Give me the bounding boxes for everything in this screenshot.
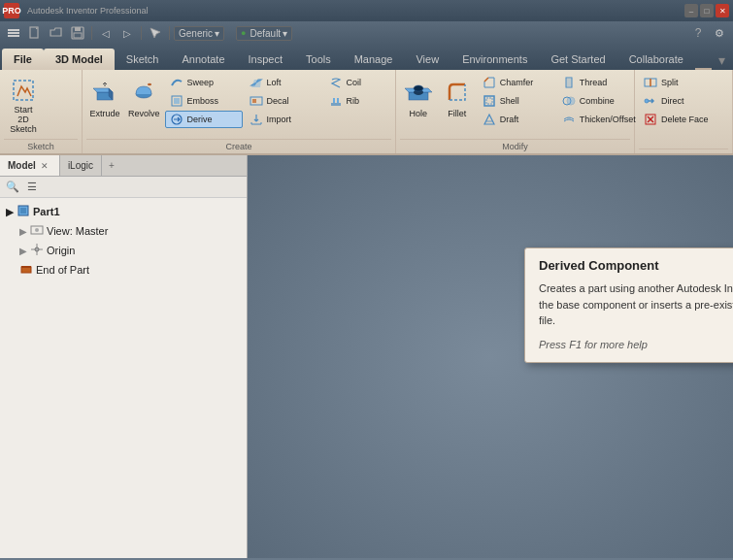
tree-item-part1[interactable]: ▶ Part1 [4, 202, 243, 221]
create-col-3: Coil Rib [324, 74, 402, 110]
revolve-button[interactable]: Revolve [125, 74, 163, 132]
start-2d-sketch-button[interactable]: Start 2D Sketch [4, 74, 43, 128]
svg-rect-27 [486, 98, 492, 104]
ribbon-expand-button[interactable]: ▾ [712, 50, 731, 70]
ribbon-create-section: Extrude Revolve [83, 70, 396, 153]
emboss-button[interactable]: Emboss [165, 92, 243, 110]
draft-button[interactable]: Draft [478, 111, 555, 128]
loft-label: Loft [267, 78, 282, 87]
model-tab-close[interactable]: ✕ [38, 159, 51, 173]
thread-icon [561, 75, 577, 90]
tree-item-end-of-part[interactable]: End of Part [17, 260, 243, 280]
save-button[interactable] [68, 24, 87, 42]
extrude-button[interactable]: Extrude [86, 74, 123, 132]
main-area: Model ✕ iLogic + 🔍 ☰ ▶ Part [0, 155, 733, 558]
default-icon: ● [241, 28, 246, 38]
combine-button[interactable]: Combine [557, 92, 635, 110]
tab-sketch[interactable]: Sketch [115, 49, 171, 70]
tree-item-view-master[interactable]: ▶ View: Master [17, 221, 243, 241]
tree-area: ▶ Part1 ▶ [0, 198, 247, 558]
panel-toolbar: 🔍 ☰ [0, 177, 247, 198]
loft-button[interactable]: Loft [245, 74, 322, 91]
svg-point-25 [414, 85, 423, 91]
modify-col-1: Chamfer Shell [478, 74, 555, 128]
tooltip-popup: Derived Component Creates a part using a… [524, 247, 733, 363]
settings-button[interactable]: ⚙ [710, 24, 729, 42]
tab-inspect[interactable]: Inspect [237, 49, 294, 70]
delete-face-button[interactable]: Delete Face [639, 111, 716, 128]
rib-button[interactable]: Rib [324, 92, 402, 110]
minimize-button[interactable]: – [684, 4, 698, 17]
create-col-2: Loft Decal [245, 74, 322, 128]
tab-file[interactable]: File [2, 49, 44, 70]
decal-icon [249, 93, 264, 109]
svg-marker-16 [251, 80, 261, 87]
chamfer-button[interactable]: Chamfer [478, 74, 555, 91]
sweep-button[interactable]: Sweep [165, 74, 243, 91]
tab-environments[interactable]: Environments [450, 49, 539, 70]
tab-collaborate[interactable]: Collaborate [617, 49, 695, 70]
extrude-label: Extrude [89, 110, 119, 119]
new-button[interactable] [25, 24, 45, 42]
split-button[interactable]: Split [639, 74, 716, 91]
thicken-icon [561, 112, 577, 127]
tree-item-origin[interactable]: ▶ Origin [17, 241, 243, 260]
svg-rect-13 [174, 98, 180, 104]
draft-icon [482, 112, 497, 127]
tab-getstarted[interactable]: Get Started [539, 49, 616, 70]
svg-point-36 [567, 97, 575, 105]
derive-button[interactable]: Derive [165, 111, 243, 128]
select-button[interactable] [146, 24, 165, 42]
new-icon [28, 26, 42, 40]
panel-tab-ilogic[interactable]: iLogic [60, 155, 102, 176]
revolve-label: Revolve [128, 110, 160, 119]
tab-annotate[interactable]: Annotate [171, 49, 237, 70]
default-dropdown[interactable]: ● Default ▾ [236, 26, 292, 41]
panel-search-button[interactable]: 🔍 [4, 179, 21, 196]
open-icon [50, 26, 63, 40]
import-button[interactable]: Import [245, 111, 322, 128]
create-col-1: Sweep Emboss [165, 74, 243, 128]
hole-button[interactable]: Hole [400, 74, 437, 132]
redo-button[interactable]: ▷ [117, 24, 137, 42]
explore-col: Split Direct [639, 74, 716, 128]
split-icon [643, 75, 658, 90]
undo-button[interactable]: ◁ [96, 24, 116, 42]
close-button[interactable]: ✕ [716, 4, 729, 17]
svg-rect-19 [331, 103, 341, 106]
tab-manage[interactable]: Manage [343, 49, 405, 70]
app-menu-button[interactable] [4, 24, 23, 42]
thread-button[interactable]: Thread [557, 74, 635, 91]
help-button[interactable]: ? [688, 24, 708, 42]
combine-icon [561, 93, 577, 109]
sketch-section-label: Sketch [4, 139, 78, 153]
svg-rect-0 [8, 29, 19, 31]
create-section-content: Extrude Revolve [86, 74, 391, 137]
maximize-button[interactable]: □ [700, 4, 714, 17]
emboss-icon [169, 93, 184, 109]
panel-menu-button[interactable]: ☰ [23, 179, 41, 196]
split-label: Split [661, 78, 679, 87]
hole-icon [403, 77, 434, 108]
tab-tools[interactable]: Tools [294, 49, 343, 70]
coil-button[interactable]: Coil [324, 74, 402, 91]
thicken-button[interactable]: Thicken/Offset [557, 111, 635, 128]
direct-button[interactable]: Direct [639, 92, 716, 110]
view-master-expand-icon: ▶ [19, 226, 27, 237]
tab-3dmodel[interactable]: 3D Model [44, 49, 115, 70]
hole-label: Hole [410, 110, 428, 119]
derive-label: Derive [187, 115, 213, 124]
generic-dropdown[interactable]: Generic ▾ [174, 26, 224, 41]
tab-view[interactable]: View [404, 49, 450, 70]
panel-tab-model[interactable]: Model ✕ [0, 155, 60, 176]
modify-section-label: Modify [400, 139, 630, 153]
modify-section-content: Hole Fillet [400, 74, 630, 137]
open-button[interactable] [47, 24, 66, 42]
decal-button[interactable]: Decal [245, 92, 322, 110]
separator-3 [169, 26, 170, 40]
shell-button[interactable]: Shell [478, 92, 555, 110]
import-icon [249, 112, 264, 127]
add-panel-tab[interactable]: + [102, 155, 121, 176]
fillet-button[interactable]: Fillet [439, 74, 476, 132]
ribbon-sketch-section: Start 2D Sketch Sketch [0, 70, 83, 153]
